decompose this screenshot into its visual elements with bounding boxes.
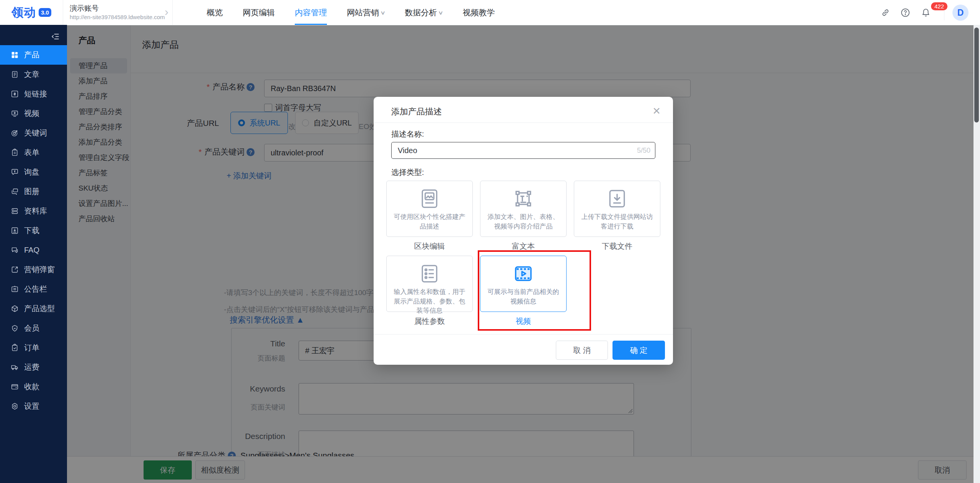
- sidebar-item-payments[interactable]: 收款: [0, 377, 67, 397]
- sidebar-item-faq[interactable]: FAQ: [0, 240, 67, 260]
- gear-icon: [11, 402, 19, 410]
- chevron-down-icon: ∨: [438, 10, 443, 16]
- nav-content-management[interactable]: 内容管理: [295, 0, 327, 25]
- library-icon: [11, 207, 19, 215]
- user-avatar[interactable]: D: [952, 5, 969, 21]
- description-name-input[interactable]: [397, 146, 650, 155]
- nav-overview[interactable]: 概览: [207, 0, 223, 25]
- sidebar-item-videos[interactable]: 视频: [0, 104, 67, 123]
- rich-text-icon: [512, 187, 535, 210]
- description-name-label: 描述名称:: [391, 129, 424, 139]
- app-root: 添加产品 * 产品名称 ? 词首字母大写 -频繁修改产品名称直接影响SEO效果，…: [0, 0, 980, 483]
- wallet-icon: [11, 383, 19, 391]
- nav-page-editor[interactable]: 网页编辑: [243, 0, 275, 25]
- sidebar-item-albums[interactable]: 图册: [0, 182, 67, 201]
- type-option-rich-text: 添加文本、图片、表格、视频等内容介绍产品 富文本: [480, 181, 567, 251]
- faq-icon: [11, 246, 19, 254]
- type-card-block-edit[interactable]: 可使用区块个性化搭建产品描述: [386, 181, 473, 237]
- annotation-rectangle: [478, 250, 591, 331]
- link-icon[interactable]: [880, 8, 890, 18]
- type-card-download-file[interactable]: 上传下载文件提供网站访客进行下载: [574, 181, 660, 237]
- account-name: 演示账号: [70, 3, 99, 13]
- type-label-download-file: 下载文件: [574, 241, 660, 251]
- account-switcher[interactable]: 演示账号 http://en-site39784589.ldwebsite.co…: [70, 0, 172, 25]
- type-card-rich-text[interactable]: 添加文本、图片、表格、视频等内容介绍产品: [480, 181, 567, 237]
- divider: [374, 334, 673, 335]
- type-card-attributes[interactable]: 输入属性名和数值，用于展示产品规格、参数、包装等信息: [386, 256, 473, 312]
- nav-site-marketing[interactable]: 网站营销∨: [347, 0, 385, 25]
- sidebar-item-settings[interactable]: 设置: [0, 397, 67, 416]
- notification-bell-icon[interactable]: [921, 8, 931, 18]
- app-logo: 领动 3.0: [11, 0, 51, 25]
- sidebar-item-short-links[interactable]: 短链接: [0, 84, 67, 104]
- account-url: http://en-site39784589.ldwebsite.com: [70, 14, 165, 20]
- keyword-target-icon: [11, 129, 19, 137]
- logo-version-badge: 3.0: [39, 8, 51, 17]
- sidebar-item-product-selector[interactable]: 产品选型: [0, 299, 67, 318]
- sidebar-item-articles[interactable]: 文章: [0, 65, 67, 84]
- sidebar-item-marketing-popup[interactable]: 营销弹窗: [0, 260, 67, 279]
- products-icon: [11, 51, 19, 59]
- sidebar-item-keywords[interactable]: 关键词: [0, 123, 67, 143]
- member-badge-icon: [11, 324, 19, 332]
- divider: [172, 0, 173, 25]
- form-icon: [11, 148, 19, 157]
- top-header: 领动 3.0 演示账号 http://en-site39784589.ldweb…: [0, 0, 980, 25]
- article-icon: [11, 70, 19, 78]
- chevron-down-icon: ∨: [380, 10, 385, 16]
- video-icon: [11, 109, 19, 117]
- collapse-sidebar-icon[interactable]: [51, 32, 60, 41]
- primary-sidebar: 产品 文章 短链接 视频 关键词 表单: [0, 25, 67, 483]
- type-option-block-edit: 可使用区块个性化搭建产品描述 区块编辑: [386, 181, 473, 251]
- sidebar-menu: 产品 文章 短链接 视频 关键词 表单: [0, 45, 67, 416]
- modal-title: 添加产品描述: [391, 106, 442, 117]
- popup-icon: [11, 266, 19, 274]
- sidebar-item-forms[interactable]: 表单: [0, 143, 67, 162]
- short-link-icon: [11, 90, 19, 98]
- sidebar-item-downloads[interactable]: 下载: [0, 221, 67, 240]
- close-icon[interactable]: ✕: [652, 105, 661, 117]
- scrollbar-thumb[interactable]: [974, 28, 979, 122]
- type-label-attributes: 属性参数: [386, 316, 473, 326]
- divider: [63, 0, 63, 25]
- modal-confirm-button[interactable]: 确 定: [612, 341, 665, 360]
- download-icon: [11, 227, 19, 235]
- description-name-input-wrap: 5/50: [391, 142, 655, 159]
- inquiry-icon: [11, 168, 19, 176]
- block-edit-icon: [418, 187, 441, 210]
- download-file-icon: [606, 187, 629, 210]
- select-type-label: 选择类型:: [391, 167, 424, 178]
- order-icon: [11, 344, 19, 352]
- char-counter: 5/50: [637, 147, 650, 155]
- truck-icon: [11, 363, 19, 371]
- sidebar-item-members[interactable]: 会员: [0, 318, 67, 338]
- type-option-attributes: 输入属性名和数值，用于展示产品规格、参数、包装等信息 属性参数: [386, 256, 473, 326]
- scrollbar-track[interactable]: [973, 25, 980, 483]
- type-label-block-edit: 区块编辑: [386, 241, 473, 251]
- nav-data-analysis[interactable]: 数据分析∨: [405, 0, 443, 25]
- type-option-download-file: 上传下载文件提供网站访客进行下载 下载文件: [574, 181, 660, 251]
- help-icon[interactable]: [900, 8, 910, 18]
- modal-cancel-button[interactable]: 取 消: [556, 341, 608, 360]
- notification-count-badge: 422: [931, 2, 947, 10]
- announcement-icon: [11, 285, 19, 293]
- sidebar-item-products[interactable]: 产品: [0, 45, 67, 65]
- main-nav: 概览 网页编辑 内容管理 网站营销∨ 数据分析∨ 视频教学: [207, 0, 495, 25]
- type-label-rich-text: 富文本: [480, 241, 567, 251]
- sidebar-item-library[interactable]: 资料库: [0, 201, 67, 221]
- attribute-list-icon: [418, 262, 441, 285]
- logo-text: 领动: [11, 5, 36, 21]
- nav-video-tutorial[interactable]: 视频教学: [463, 0, 495, 25]
- divider: [374, 122, 673, 123]
- album-icon: [11, 188, 19, 196]
- chevron-right-icon: ›: [165, 5, 168, 18]
- sidebar-item-freight[interactable]: 运费: [0, 357, 67, 377]
- sidebar-item-announcement[interactable]: 公告栏: [0, 279, 67, 299]
- cube-icon: [11, 305, 19, 313]
- sidebar-item-orders[interactable]: 订单: [0, 338, 67, 357]
- sidebar-item-inquiries[interactable]: 询盘: [0, 162, 67, 182]
